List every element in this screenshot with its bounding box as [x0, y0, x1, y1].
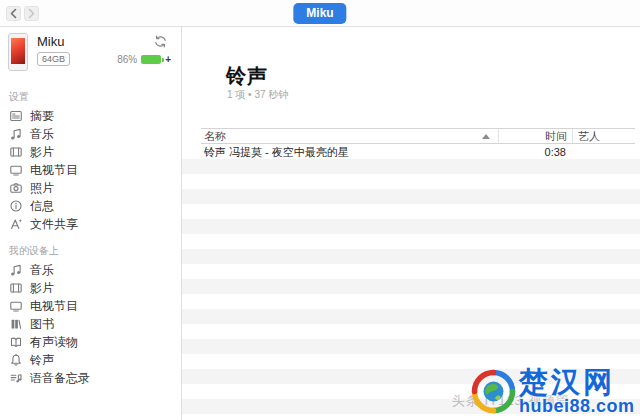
sidebar-item-label: 音乐 — [30, 126, 54, 143]
sidebar-section-on-device-label: 我的设备上 — [0, 245, 181, 257]
file-sharing-icon — [9, 217, 23, 231]
sidebar-item-label: 电视节目 — [30, 162, 78, 179]
sidebar-item-label: 音乐 — [30, 262, 54, 279]
column-header-time[interactable]: 时间 — [499, 129, 572, 144]
sidebar-item-device-ringtones[interactable]: 铃声 — [0, 351, 181, 369]
sync-icon[interactable] — [153, 34, 168, 49]
sidebar-item-label: 语音备忘录 — [30, 370, 90, 387]
sidebar-item-label: 信息 — [30, 198, 54, 215]
movies-icon — [9, 281, 23, 295]
charging-indicator: + — [165, 54, 171, 65]
sidebar-item-device-audiobooks[interactable]: 有声读物 — [0, 333, 181, 351]
iphone-screen — [11, 38, 25, 64]
sidebar-item-device-music[interactable]: 音乐 — [0, 261, 181, 279]
tv-icon — [9, 163, 23, 177]
sidebar-item-tv-shows[interactable]: 电视节目 — [0, 161, 181, 179]
sidebar-item-movies[interactable]: 影片 — [0, 143, 181, 161]
main-content: 铃声 1 项 • 37 秒钟 名称 时间 艺人 铃声 冯提莫 - 夜空中最亮的星… — [182, 27, 640, 420]
sidebar-item-music[interactable]: 音乐 — [0, 125, 181, 143]
sidebar-item-info[interactable]: 信息 — [0, 197, 181, 215]
itunes-window: Miku Miku 64GB 86% + 设置 — [0, 0, 640, 420]
ringtone-name-cell: 铃声 冯提莫 - 夜空中最亮的星 — [201, 145, 498, 160]
table-row[interactable]: 铃声 冯提莫 - 夜空中最亮的星 0:38 — [201, 144, 635, 160]
tv-icon — [9, 299, 23, 313]
music-icon — [9, 127, 23, 141]
sidebar-section-settings-label: 设置 — [0, 91, 181, 103]
sidebar: Miku 64GB 86% + 设置 摘要 — [0, 27, 182, 420]
device-header: Miku 64GB 86% + — [0, 27, 181, 79]
books-icon — [9, 317, 23, 331]
voice-memo-icon — [9, 371, 23, 385]
audiobooks-icon — [9, 335, 23, 349]
sidebar-item-label: 照片 — [30, 180, 54, 197]
sidebar-item-label: 有声读物 — [30, 334, 78, 351]
sidebar-item-summary[interactable]: 摘要 — [0, 107, 181, 125]
sidebar-item-label: 文件共享 — [30, 216, 78, 233]
watermark: 头条 IT123-视频管 楚汉网 hubei88.com — [448, 366, 640, 420]
summary-icon — [9, 109, 23, 123]
top-navigation-bar: Miku — [0, 0, 640, 27]
device-tab-button[interactable]: Miku — [293, 3, 346, 24]
battery-icon — [141, 55, 161, 64]
watermark-text: 楚汉网 hubei88.com — [519, 367, 635, 416]
chevron-left-icon — [9, 8, 18, 19]
sidebar-item-label: 铃声 — [30, 352, 54, 369]
sidebar-item-device-movies[interactable]: 影片 — [0, 279, 181, 297]
watermark-site-url: hubei88.com — [519, 397, 635, 416]
music-icon — [9, 263, 23, 277]
page-title: 铃声 — [226, 63, 268, 90]
sidebar-item-device-voice-memos[interactable]: 语音备忘录 — [0, 369, 181, 387]
sidebar-item-device-tv-shows[interactable]: 电视节目 — [0, 297, 181, 315]
watermark-site-name: 楚汉网 — [519, 367, 635, 397]
back-button[interactable] — [6, 6, 21, 21]
sort-ascending-icon — [482, 134, 490, 139]
battery-percent: 86% — [117, 54, 137, 65]
sidebar-item-label: 电视节目 — [30, 298, 78, 315]
movies-icon — [9, 145, 23, 159]
sidebar-item-label: 图书 — [30, 316, 54, 333]
capacity-badge: 64GB — [37, 52, 70, 66]
sidebar-item-file-sharing[interactable]: 文件共享 — [0, 215, 181, 233]
table-header: 名称 时间 艺人 — [201, 128, 635, 144]
chevron-right-icon — [27, 8, 36, 19]
forward-button[interactable] — [24, 6, 39, 21]
column-header-name[interactable]: 名称 — [201, 129, 498, 144]
sidebar-item-photos[interactable]: 照片 — [0, 179, 181, 197]
sidebar-item-label: 影片 — [30, 144, 54, 161]
device-name: Miku — [37, 34, 64, 49]
bell-icon — [9, 353, 23, 367]
chuhan-logo-icon — [470, 368, 517, 415]
sidebar-item-label: 影片 — [30, 280, 54, 297]
ringtone-time-cell: 0:38 — [498, 146, 571, 158]
page-subtitle: 1 项 • 37 秒钟 — [227, 88, 288, 102]
iphone-thumbnail[interactable] — [8, 33, 28, 71]
column-label: 名称 — [204, 129, 226, 144]
info-icon — [9, 199, 23, 213]
battery-status: 86% + — [117, 54, 171, 65]
photos-icon — [9, 181, 23, 195]
sidebar-item-label: 摘要 — [30, 108, 54, 125]
sidebar-item-device-books[interactable]: 图书 — [0, 315, 181, 333]
column-header-artist[interactable]: 艺人 — [573, 129, 635, 144]
